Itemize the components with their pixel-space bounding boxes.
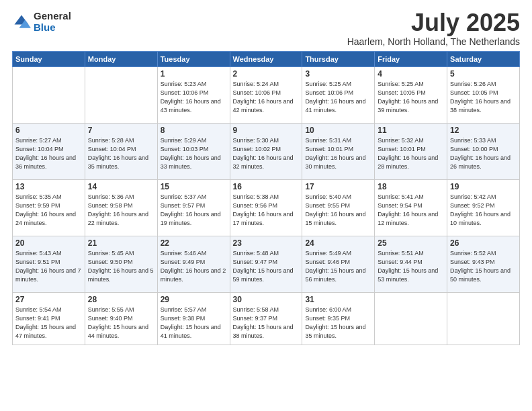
table-row: 10 Sunrise: 5:31 AM Sunset: 10:01 PM Day… — [302, 124, 375, 180]
day-number: 8 — [161, 126, 227, 135]
sunrise-label: Sunrise: 5:27 AM — [15, 137, 62, 144]
table-row — [375, 293, 447, 345]
sunrise-label: Sunrise: 5:43 AM — [15, 250, 62, 257]
sunrise-label: Sunrise: 5:33 AM — [450, 137, 496, 144]
day-number: 6 — [15, 126, 82, 135]
sunrise-label: Sunrise: 5:26 AM — [450, 81, 496, 87]
sunrise-label: Sunrise: 5:51 AM — [378, 250, 424, 257]
daylight-label: Daylight: 16 hours and 43 minutes. — [161, 98, 221, 113]
day-number: 27 — [15, 295, 82, 304]
day-info: Sunrise: 5:24 AM Sunset: 10:06 PM Daylig… — [233, 80, 300, 115]
day-number: 25 — [378, 238, 444, 248]
sunrise-label: Sunrise: 5:30 AM — [233, 137, 279, 144]
sunrise-label: Sunrise: 5:25 AM — [378, 81, 424, 87]
day-info: Sunrise: 5:46 AM Sunset: 9:49 PM Dayligh… — [161, 249, 227, 284]
daylight-label: Daylight: 16 hours and 30 minutes. — [305, 154, 365, 170]
daylight-label: Daylight: 16 hours and 38 minutes. — [450, 98, 511, 113]
day-number: 13 — [15, 182, 82, 191]
logo-text: General Blue — [34, 11, 71, 33]
header-wednesday: Wednesday — [230, 52, 302, 67]
sunset-label: Sunset: 9:43 PM — [450, 259, 495, 265]
day-info: Sunrise: 5:58 AM Sunset: 9:37 PM Dayligh… — [233, 306, 300, 340]
table-row: 18 Sunrise: 5:41 AM Sunset: 9:54 PM Dayl… — [375, 180, 447, 236]
sunrise-label: Sunrise: 5:49 AM — [305, 250, 351, 257]
sunset-label: Sunset: 10:00 PM — [450, 146, 498, 152]
daylight-label: Daylight: 15 hours and 41 minutes. — [161, 324, 221, 339]
table-row: 15 Sunrise: 5:37 AM Sunset: 9:57 PM Dayl… — [157, 180, 230, 236]
sunrise-label: Sunrise: 5:46 AM — [161, 250, 207, 257]
day-info: Sunrise: 5:43 AM Sunset: 9:51 PM Dayligh… — [15, 249, 82, 284]
day-number: 24 — [305, 238, 371, 248]
sunset-label: Sunset: 9:57 PM — [161, 202, 206, 209]
weekday-header-row: Sunday Monday Tuesday Wednesday Thursday… — [13, 52, 520, 67]
table-row — [13, 67, 85, 124]
table-row: 28 Sunrise: 5:55 AM Sunset: 9:40 PM Dayl… — [85, 293, 157, 345]
daylight-label: Daylight: 16 hours and 17 minutes. — [233, 211, 294, 226]
table-row: 11 Sunrise: 5:32 AM Sunset: 10:01 PM Day… — [375, 124, 447, 180]
daylight-label: Daylight: 16 hours and 22 minutes. — [88, 211, 148, 226]
sunrise-label: Sunrise: 5:45 AM — [88, 250, 134, 257]
sunrise-label: Sunrise: 5:55 AM — [88, 306, 134, 313]
daylight-label: Daylight: 15 hours and 35 minutes. — [305, 324, 365, 339]
daylight-label: Daylight: 16 hours and 41 minutes. — [305, 98, 365, 113]
sunrise-label: Sunrise: 5:57 AM — [161, 306, 207, 313]
day-number: 14 — [88, 182, 154, 191]
table-row: 1 Sunrise: 5:23 AM Sunset: 10:06 PM Dayl… — [157, 67, 230, 124]
sunrise-label: Sunrise: 5:35 AM — [15, 193, 62, 200]
table-row: 3 Sunrise: 5:25 AM Sunset: 10:06 PM Dayl… — [302, 67, 375, 124]
calendar-week-row: 13 Sunrise: 5:35 AM Sunset: 9:59 PM Dayl… — [13, 180, 520, 236]
day-number: 22 — [161, 238, 227, 248]
daylight-label: Daylight: 16 hours and 7 minutes. — [15, 267, 81, 283]
sunset-label: Sunset: 9:47 PM — [233, 259, 278, 265]
day-number: 3 — [305, 69, 371, 79]
sunset-label: Sunset: 10:06 PM — [233, 89, 281, 96]
daylight-label: Daylight: 15 hours and 44 minutes. — [88, 324, 148, 339]
day-info: Sunrise: 5:36 AM Sunset: 9:58 PM Dayligh… — [88, 193, 154, 228]
day-info: Sunrise: 5:54 AM Sunset: 9:41 PM Dayligh… — [15, 306, 82, 340]
daylight-label: Daylight: 16 hours and 33 minutes. — [161, 154, 221, 170]
table-row: 16 Sunrise: 5:38 AM Sunset: 9:56 PM Dayl… — [230, 180, 302, 236]
day-number: 7 — [88, 126, 154, 135]
day-info: Sunrise: 5:38 AM Sunset: 9:56 PM Dayligh… — [233, 193, 300, 228]
daylight-label: Daylight: 16 hours and 39 minutes. — [378, 98, 438, 113]
day-info: Sunrise: 5:25 AM Sunset: 10:05 PM Daylig… — [378, 80, 444, 115]
daylight-label: Daylight: 16 hours and 24 minutes. — [15, 211, 76, 226]
daylight-label: Daylight: 16 hours and 10 minutes. — [450, 211, 511, 226]
daylight-label: Daylight: 15 hours and 56 minutes. — [305, 267, 365, 283]
day-info: Sunrise: 5:48 AM Sunset: 9:47 PM Dayligh… — [233, 249, 300, 284]
day-number: 26 — [450, 238, 517, 248]
sunrise-label: Sunrise: 5:54 AM — [15, 306, 62, 313]
calendar-week-row: 1 Sunrise: 5:23 AM Sunset: 10:06 PM Dayl… — [13, 67, 520, 124]
sunset-label: Sunset: 9:54 PM — [378, 202, 423, 209]
calendar-week-row: 6 Sunrise: 5:27 AM Sunset: 10:04 PM Dayl… — [13, 124, 520, 180]
sunrise-label: Sunrise: 5:24 AM — [233, 81, 279, 87]
sunset-label: Sunset: 10:06 PM — [161, 89, 209, 96]
sunrise-label: Sunrise: 5:41 AM — [378, 193, 424, 200]
day-number: 30 — [233, 295, 300, 304]
day-info: Sunrise: 6:00 AM Sunset: 9:35 PM Dayligh… — [305, 306, 371, 340]
day-info: Sunrise: 5:49 AM Sunset: 9:46 PM Dayligh… — [305, 249, 371, 284]
day-number: 11 — [378, 126, 444, 135]
table-row: 19 Sunrise: 5:42 AM Sunset: 9:52 PM Dayl… — [447, 180, 520, 236]
day-info: Sunrise: 5:45 AM Sunset: 9:50 PM Dayligh… — [88, 249, 154, 284]
table-row: 31 Sunrise: 6:00 AM Sunset: 9:35 PM Dayl… — [302, 293, 375, 345]
sunset-label: Sunset: 9:37 PM — [233, 315, 278, 322]
sunset-label: Sunset: 9:59 PM — [15, 202, 60, 209]
day-number: 15 — [161, 182, 227, 191]
daylight-label: Daylight: 16 hours and 2 minutes. — [161, 267, 226, 283]
sunset-label: Sunset: 10:01 PM — [305, 146, 353, 152]
day-number: 17 — [305, 182, 371, 191]
table-row: 6 Sunrise: 5:27 AM Sunset: 10:04 PM Dayl… — [13, 124, 85, 180]
day-info: Sunrise: 5:37 AM Sunset: 9:57 PM Dayligh… — [161, 193, 227, 228]
sunset-label: Sunset: 9:50 PM — [88, 259, 133, 265]
calendar-table: Sunday Monday Tuesday Wednesday Thursday… — [12, 51, 520, 345]
day-info: Sunrise: 5:30 AM Sunset: 10:02 PM Daylig… — [233, 136, 300, 171]
day-info: Sunrise: 5:57 AM Sunset: 9:38 PM Dayligh… — [161, 306, 227, 340]
header: General Blue July 2025 Haarlem, North Ho… — [12, 11, 520, 47]
day-number: 21 — [88, 238, 154, 248]
day-info: Sunrise: 5:26 AM Sunset: 10:05 PM Daylig… — [450, 80, 517, 115]
table-row: 5 Sunrise: 5:26 AM Sunset: 10:05 PM Dayl… — [447, 67, 520, 124]
sunset-label: Sunset: 10:01 PM — [378, 146, 426, 152]
sunset-label: Sunset: 10:06 PM — [305, 89, 353, 96]
header-monday: Monday — [85, 52, 157, 67]
